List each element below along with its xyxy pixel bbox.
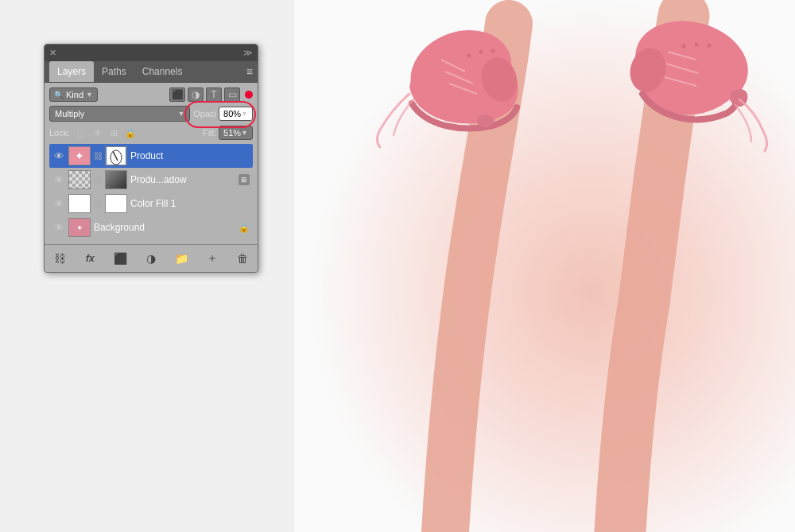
- svg-point-19: [708, 44, 712, 48]
- layer-row-shadow[interactable]: 👁 ⛓ Produ...adow ⊞: [49, 168, 253, 192]
- panel-titlebar: ✕ ≫: [45, 45, 258, 61]
- footer-group-button[interactable]: 📁: [173, 250, 190, 267]
- layer-name-shadow: Produ...adow: [130, 174, 235, 185]
- footer-link-button[interactable]: ⛓: [51, 250, 68, 267]
- left-panel: ✕ ≫ Layers Paths Channels ≡ 🔍 Kind ▼ ⬛ ◑: [0, 0, 294, 532]
- panel-collapse-icon[interactable]: ≫: [243, 48, 253, 58]
- lock-fill-row: Lock: ⬚ ✛ ⊞ 🔒 Fill: 51% ▼: [49, 126, 253, 140]
- layer-name-colorfill: Color Fill 1: [130, 198, 250, 209]
- svg-point-15: [479, 50, 483, 54]
- thumb-white-colorfill: [69, 195, 90, 212]
- layers-panel: ✕ ≫ Layers Paths Channels ≡ 🔍 Kind ▼ ⬛ ◑: [44, 44, 258, 273]
- layer-mask-shadow: [105, 170, 127, 189]
- footer-mask-button[interactable]: ◑: [142, 250, 160, 267]
- visibility-icon-colorfill[interactable]: 👁: [52, 197, 65, 210]
- opacity-value: 80%: [223, 109, 241, 118]
- blend-chevron-icon: ▼: [177, 110, 184, 118]
- layer-name-product: Product: [130, 150, 250, 161]
- panel-tabs: Layers Paths Channels ≡: [45, 61, 258, 83]
- link-icon-product: ⛓: [94, 151, 102, 161]
- fill-value-input[interactable]: 51% ▼: [219, 126, 253, 140]
- filter-kind-dropdown[interactable]: 🔍 Kind ▼: [49, 87, 98, 102]
- search-icon: 🔍: [54, 91, 64, 99]
- opacity-chevron-icon: ▼: [241, 110, 248, 118]
- footer-delete-button[interactable]: 🗑: [234, 250, 251, 267]
- thumb-pink-product: ✦: [69, 147, 90, 165]
- layer-mask-colorfill: [105, 194, 127, 213]
- lock-artboard-icon[interactable]: ⊞: [107, 126, 121, 139]
- filter-active-dot: [245, 91, 253, 99]
- svg-point-14: [467, 54, 471, 58]
- fill-value: 51%: [223, 128, 241, 138]
- panel-footer: ⛓ fx ⬛ ◑ 📁 ＋ 🗑: [45, 244, 258, 272]
- layer-thumb-colorfill: [68, 194, 91, 213]
- filter-shape-icon[interactable]: ▭: [224, 87, 240, 102]
- lock-label: Lock:: [49, 128, 70, 138]
- link-icon-colorfill: ⛓: [94, 199, 102, 208]
- visibility-icon-shadow[interactable]: 👁: [52, 173, 65, 186]
- opacity-group: Opaci 80% ▼: [193, 107, 253, 121]
- visibility-icon-product[interactable]: 👁: [52, 150, 65, 162]
- layer-thumb-shadow: [68, 170, 91, 189]
- smart-object-badge: ⊞: [238, 174, 250, 185]
- footer-add-button[interactable]: ＋: [204, 250, 221, 267]
- footer-fx-button[interactable]: fx: [81, 250, 99, 267]
- lock-pixel-icon[interactable]: ⬚: [73, 126, 87, 139]
- svg-point-18: [695, 43, 699, 47]
- tab-paths[interactable]: Paths: [94, 61, 134, 82]
- layer-name-background: Background: [94, 222, 235, 233]
- layer-row-colorfill[interactable]: 👁 ⛓ Color Fill 1: [49, 192, 253, 216]
- background-lock-badge: 🔒: [238, 223, 250, 233]
- tab-layers[interactable]: Layers: [49, 61, 94, 82]
- layer-thumb-background: ✦: [68, 218, 91, 237]
- layer-row-background[interactable]: 👁 ✦ Background 🔒: [49, 216, 253, 239]
- fill-chevron-icon: ▼: [241, 129, 248, 137]
- panel-menu-icon[interactable]: ≡: [246, 65, 253, 78]
- shoes-illustration: [294, 0, 795, 532]
- opacity-value-input[interactable]: 80% ▼: [219, 107, 253, 121]
- svg-point-17: [682, 45, 686, 49]
- layer-thumb-product: ✦: [68, 146, 91, 165]
- tab-channels[interactable]: Channels: [134, 61, 191, 82]
- filter-adjust-icon[interactable]: ◑: [188, 87, 204, 102]
- blend-mode-label: Multiply: [55, 109, 84, 118]
- lock-icons: ⬚ ✛ ⊞ 🔒: [73, 126, 138, 139]
- layer-row-product[interactable]: 👁 ✦ ⛓ Product: [49, 144, 253, 168]
- panel-body: 🔍 Kind ▼ ⬛ ◑ T ▭ Multiply ▼: [45, 83, 258, 244]
- layer-mask-product: [105, 146, 127, 165]
- blend-mode-dropdown[interactable]: Multiply ▼: [49, 106, 190, 122]
- thumb-gray-shadow: [106, 171, 126, 188]
- mask-thumb-product: [107, 146, 126, 165]
- filter-kind-label: Kind: [66, 90, 83, 99]
- link-icon-shadow: ⛓: [94, 175, 102, 184]
- lock-move-icon[interactable]: ✛: [90, 126, 104, 139]
- filter-icons: ⬛ ◑ T ▭: [169, 87, 240, 102]
- canvas-area: [294, 0, 795, 532]
- filter-row: 🔍 Kind ▼ ⬛ ◑ T ▭: [49, 87, 253, 102]
- filter-pixel-icon[interactable]: ⬛: [169, 87, 185, 102]
- thumb-pink-background: ✦: [69, 219, 90, 236]
- lock-all-icon[interactable]: 🔒: [123, 126, 138, 139]
- fill-group: Fill: 51% ▼: [203, 126, 253, 140]
- fill-label: Fill:: [203, 128, 216, 138]
- filter-text-icon[interactable]: T: [206, 87, 222, 102]
- blend-opacity-row: Multiply ▼ Opaci 80% ▼: [49, 106, 253, 122]
- visibility-icon-background[interactable]: 👁: [52, 221, 65, 234]
- filter-chevron-icon: ▼: [86, 91, 93, 99]
- svg-point-16: [491, 49, 495, 53]
- footer-new-layer-button[interactable]: ⬛: [112, 250, 130, 267]
- panel-close-icon[interactable]: ✕: [49, 48, 56, 58]
- opacity-label: Opaci: [193, 109, 216, 118]
- layer-list: 👁 ✦ ⛓ Product: [49, 144, 253, 239]
- thumb-checker-shadow: [69, 171, 90, 188]
- thumb-white2-colorfill: [106, 195, 126, 212]
